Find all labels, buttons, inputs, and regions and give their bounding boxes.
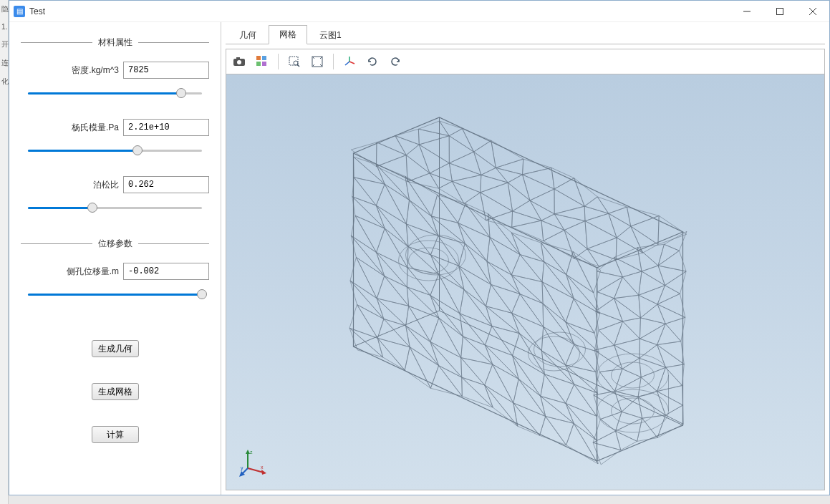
svg-text:x: x xyxy=(261,465,264,470)
generate-mesh-button[interactable]: 生成网格 xyxy=(92,383,139,400)
generate-geometry-button[interactable]: 生成几何 xyxy=(92,340,139,357)
svg-point-24 xyxy=(597,389,669,432)
svg-text:y: y xyxy=(241,465,243,471)
youngs-label: 杨氏模量.Pa xyxy=(72,122,119,134)
svg-marker-32 xyxy=(261,470,266,475)
maximize-button[interactable] xyxy=(763,1,796,22)
density-slider[interactable] xyxy=(21,86,209,100)
rotate-cw-icon[interactable] xyxy=(364,53,381,70)
svg-point-20 xyxy=(409,248,449,273)
density-label: 密度.kg/m^3 xyxy=(72,64,119,77)
displacement-slider[interactable] xyxy=(21,287,209,301)
close-button[interactable] xyxy=(796,1,829,22)
mesh-wireframe xyxy=(226,74,824,490)
svg-rect-5 xyxy=(236,57,240,59)
rotate-ccw-icon[interactable] xyxy=(387,53,404,70)
poisson-label: 泊松比 xyxy=(93,179,119,191)
app-icon: ▤ xyxy=(14,6,25,17)
svg-point-27 xyxy=(612,362,655,388)
svg-line-16 xyxy=(349,62,354,64)
svg-line-13 xyxy=(297,64,299,67)
svg-rect-9 xyxy=(256,62,261,66)
poisson-input[interactable] xyxy=(123,176,209,193)
displacement-input[interactable] xyxy=(123,263,209,280)
youngs-input[interactable] xyxy=(123,119,209,136)
material-group-header: 材料属性 xyxy=(21,37,209,49)
zoom-window-icon[interactable] xyxy=(286,53,303,70)
sidebar-panel: 材料属性 密度.kg/m^3 杨氏模量.Pa 泊松比 xyxy=(9,22,221,495)
youngs-slider[interactable] xyxy=(21,143,209,158)
grid-settings-icon[interactable] xyxy=(254,53,271,70)
svg-point-21 xyxy=(529,336,580,371)
svg-rect-8 xyxy=(262,56,266,60)
minimize-button[interactable] xyxy=(730,1,763,22)
app-window: ▤ Test 材料属性 密度.kg/m^3 xyxy=(9,0,830,495)
axes-icon[interactable] xyxy=(341,53,358,70)
tab-mesh[interactable]: 网格 xyxy=(269,25,307,44)
poisson-slider[interactable] xyxy=(21,200,209,215)
axis-gizmo: x z y xyxy=(239,448,268,477)
titlebar: ▤ Test xyxy=(9,1,829,22)
svg-rect-10 xyxy=(262,62,266,66)
tab-geometry[interactable]: 几何 xyxy=(228,26,267,44)
zoom-extents-icon[interactable] xyxy=(309,53,326,70)
svg-line-17 xyxy=(345,62,349,65)
displacement-group-header: 位移参数 xyxy=(21,238,209,250)
svg-rect-7 xyxy=(256,56,261,60)
window-title: Test xyxy=(29,6,45,16)
calculate-button[interactable]: 计算 xyxy=(92,426,139,443)
svg-rect-1 xyxy=(777,8,783,14)
svg-text:z: z xyxy=(250,450,253,455)
camera-icon[interactable] xyxy=(231,53,248,70)
displacement-label: 侧孔位移量.m xyxy=(67,266,119,278)
view-tabs: 几何 网格 云图1 xyxy=(221,22,829,44)
viewport-toolbar xyxy=(226,49,825,74)
viewport-3d[interactable]: x z y xyxy=(226,74,825,490)
tab-contour[interactable]: 云图1 xyxy=(309,26,352,44)
density-input[interactable] xyxy=(123,62,209,79)
svg-point-6 xyxy=(237,60,241,64)
